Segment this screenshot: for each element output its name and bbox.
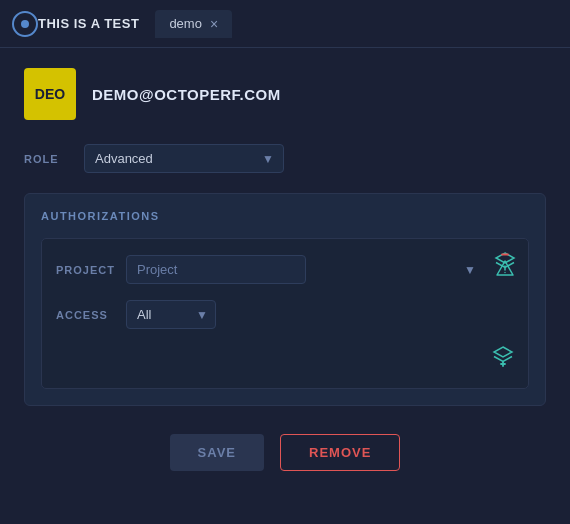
role-row: ROLE Advanced Standard Read Only ▼ [24,144,546,173]
project-label: PROJECT [56,264,126,276]
avatar: DEO [24,68,76,120]
project-row: PROJECT Project ▼ [56,255,514,284]
project-select-arrow-icon: ▼ [464,263,476,277]
tab-label: demo [169,16,202,31]
svg-marker-7 [494,347,512,357]
role-label: ROLE [24,153,84,165]
authorizations-title: AUTHORIZATIONS [41,210,529,222]
auth-card: PROJECT Project ▼ ACCESS [41,238,529,389]
access-row: ACCESS All Read Write ▼ [56,300,514,329]
remove-layer-icon[interactable] [494,251,516,278]
authorizations-section: AUTHORIZATIONS PROJECT Project ▼ [24,193,546,406]
app-logo-icon [12,11,38,37]
title-bar: THIS IS A TEST demo × [0,0,570,48]
add-layer-wrapper [56,345,514,372]
project-select-wrapper: Project ▼ [126,255,486,284]
user-header: DEO DEMO@OCTOPERF.COM [24,68,546,120]
user-email: DEMO@OCTOPERF.COM [92,86,281,103]
tab-close-icon[interactable]: × [210,16,218,32]
demo-tab[interactable]: demo × [155,10,232,38]
footer-actions: SAVE REMOVE [24,434,546,471]
save-button[interactable]: SAVE [170,434,264,471]
access-select[interactable]: All Read Write [126,300,216,329]
main-content: DEO DEMO@OCTOPERF.COM ROLE Advanced Stan… [0,48,570,491]
role-select[interactable]: Advanced Standard Read Only [84,144,284,173]
app-title: THIS IS A TEST [38,16,139,31]
remove-button[interactable]: REMOVE [280,434,400,471]
access-select-wrapper: All Read Write ▼ [126,300,216,329]
svg-point-1 [21,20,29,28]
access-label: ACCESS [56,309,126,321]
role-select-wrapper: Advanced Standard Read Only ▼ [84,144,284,173]
add-layer-icon[interactable] [492,345,514,372]
project-select[interactable]: Project [126,255,306,284]
